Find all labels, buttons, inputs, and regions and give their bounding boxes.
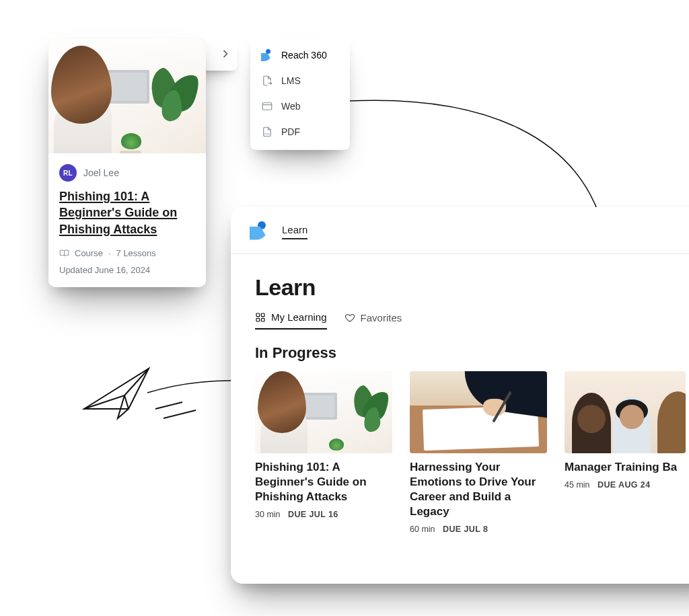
learn-card-thumbnail (565, 371, 686, 453)
browser-window-icon (261, 100, 273, 112)
tab-label: Favorites (361, 312, 402, 323)
pdf-file-icon: PDF (261, 126, 273, 138)
learn-card[interactable]: Manager Training Ba 45 min DUE AUG 24 (565, 371, 686, 534)
menu-item-lms[interactable]: LMS (250, 68, 350, 93)
svg-rect-3 (261, 313, 264, 317)
avatar: RL (59, 164, 77, 182)
learn-card-title: Phishing 101: A Beginner's Guide on Phis… (255, 460, 392, 504)
menu-item-label: LMS (281, 75, 301, 86)
course-type-label: Course (75, 248, 103, 258)
menu-item-label: Reach 360 (281, 50, 327, 61)
tab-label: My Learning (271, 311, 327, 323)
learn-card-thumbnail (255, 371, 392, 453)
menu-item-label: PDF (281, 126, 300, 137)
learn-card[interactable]: Phishing 101: A Beginner's Guide on Phis… (255, 371, 392, 534)
brand-logo-icon (250, 221, 270, 240)
section-title: In Progress (255, 344, 689, 362)
menu-item-web[interactable]: Web (250, 93, 350, 119)
learn-window: Learn Learn My Learning Favorites (231, 207, 689, 584)
nav-learn[interactable]: Learn (282, 224, 307, 239)
learn-card-meta: 45 min DUE AUG 24 (565, 480, 686, 490)
grid-icon (255, 312, 266, 323)
course-title-link[interactable]: Phishing 101: A Beginner's Guide on Phis… (59, 190, 177, 236)
in-progress-row: Phishing 101: A Beginner's Guide on Phis… (255, 371, 689, 534)
learn-card[interactable]: Harnessing Your Emotions to Drive Your C… (410, 371, 547, 534)
author-name: Joel Lee (83, 167, 119, 178)
heart-icon (344, 313, 355, 323)
tab-my-learning[interactable]: My Learning (255, 311, 327, 330)
reach360-icon (261, 49, 273, 61)
course-card[interactable]: RL Joel Lee Phishing 101: A Beginner's G… (48, 39, 206, 287)
learn-tabs: My Learning Favorites (255, 311, 689, 330)
course-lessons-label: 7 Lessons (116, 248, 156, 258)
course-thumbnail (48, 39, 206, 153)
book-icon (59, 249, 69, 257)
chevron-right-icon (223, 50, 228, 58)
course-title: Phishing 101: A Beginner's Guide on Phis… (59, 188, 195, 237)
menu-item-reach360[interactable]: Reach 360 (250, 42, 350, 68)
svg-rect-5 (261, 318, 264, 321)
tab-favorites[interactable]: Favorites (344, 311, 402, 330)
export-file-icon (261, 75, 273, 87)
menu-item-label: Web (281, 101, 301, 112)
learn-card-title: Harnessing Your Emotions to Drive Your C… (410, 460, 547, 519)
paper-plane-icon (77, 363, 209, 444)
svg-rect-4 (256, 318, 260, 321)
svg-rect-0 (262, 103, 272, 110)
learn-card-meta: 60 min DUE JUL 8 (410, 525, 547, 534)
page-title: Learn (255, 274, 689, 301)
menu-item-pdf[interactable]: PDF PDF (250, 119, 350, 145)
course-updated: Updated June 16, 2024 (59, 265, 195, 275)
svg-text:PDF: PDF (264, 133, 270, 136)
publish-menu: Reach 360 LMS Web PDF (250, 37, 350, 150)
learn-header: Learn (231, 207, 689, 254)
course-meta: Course · 7 Lessons (59, 248, 195, 258)
course-author: RL Joel Lee (59, 164, 195, 182)
learn-card-title: Manager Training Ba (565, 460, 686, 475)
learn-card-thumbnail (410, 371, 547, 453)
svg-rect-2 (256, 313, 260, 317)
learn-card-meta: 30 min DUE JUL 16 (255, 510, 392, 519)
